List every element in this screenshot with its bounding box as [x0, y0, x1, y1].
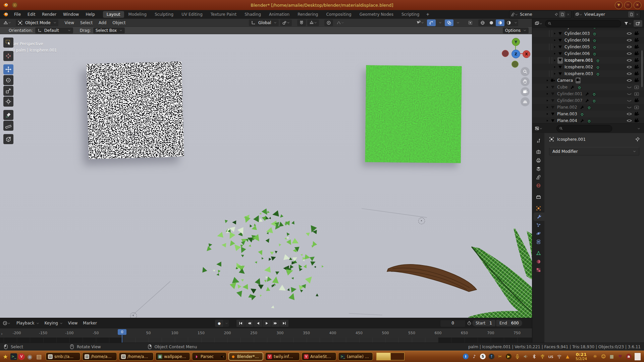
visibility-eye-icon[interactable]	[627, 51, 632, 56]
render-visibility-icon[interactable]	[634, 105, 639, 110]
show-gizmo-toggle[interactable]	[427, 19, 436, 26]
task-twily-inf-[interactable]: Vtwily.inf…	[265, 352, 300, 361]
tray-wifi[interactable]	[556, 354, 562, 360]
gizmo-axis-z[interactable]: Z	[512, 50, 520, 58]
outliner-row-plane.003[interactable]: Plane.003	[532, 111, 644, 117]
gizmo-axis-x-neg[interactable]	[502, 50, 509, 57]
show-overlays-toggle[interactable]	[445, 19, 453, 26]
task-parsec[interactable]: ◗Parsec	[192, 352, 227, 361]
tray-media-play[interactable]: ▶	[506, 354, 512, 359]
timeline-menu-playback[interactable]: Playback	[14, 321, 42, 325]
tool-add-cube[interactable]	[3, 134, 13, 144]
transport-jump-end-button[interactable]	[280, 320, 288, 327]
visibility-eye-icon[interactable]	[627, 28, 632, 29]
render-visibility-icon[interactable]	[634, 44, 639, 50]
properties-tab-particles[interactable]	[533, 221, 543, 229]
visibility-eye-icon[interactable]	[627, 64, 632, 70]
menu-render[interactable]: Render	[39, 12, 60, 17]
options-dropdown[interactable]: Options	[503, 27, 529, 34]
task-blender-[interactable]: ●Blender*…	[228, 352, 263, 361]
transport-play-button[interactable]	[263, 320, 271, 327]
outliner-row-cylinder.005[interactable]: Cylinder.005	[532, 44, 644, 50]
properties-tab-scene[interactable]	[533, 173, 543, 181]
tray-smiley[interactable]: ☺	[601, 354, 606, 360]
launcher-media-v[interactable]: V	[18, 353, 25, 360]
render-visibility-icon[interactable]	[634, 64, 639, 70]
tray-warning[interactable]: ▲	[565, 354, 570, 360]
visibility-eye-icon[interactable]	[627, 44, 632, 50]
visibility-eye-icon[interactable]	[627, 98, 632, 103]
task-analiest-[interactable]: VAnalieSt…	[302, 352, 336, 361]
tab-modeling[interactable]: Modeling	[125, 11, 151, 18]
visibility-eye-icon[interactable]	[627, 38, 632, 43]
tab-geometry-nodes[interactable]: Geometry Nodes	[356, 11, 397, 18]
task-wallpape-[interactable]: ▦wallpape…	[155, 352, 190, 361]
pin-icon[interactable]	[635, 137, 640, 142]
gizmo-axis-y[interactable]: Y	[512, 38, 520, 46]
tool-move[interactable]	[3, 64, 13, 74]
outliner-row-cylinder.001[interactable]: Cylinder.001	[532, 90, 644, 97]
properties-tab-modifiers[interactable]	[533, 213, 545, 221]
tray-info[interactable]: i	[463, 354, 469, 359]
sidebar-collapse-arrow[interactable]: ‹	[528, 54, 530, 59]
shading-solid-button[interactable]	[487, 19, 496, 26]
pager-workspace-1[interactable]	[376, 353, 390, 360]
launcher-browser[interactable]: ◉	[26, 353, 34, 361]
outliner-row-camera[interactable]: Camera	[532, 77, 644, 84]
view-layer-selector[interactable]: ViewLayer	[574, 10, 641, 18]
render-visibility-icon[interactable]	[634, 71, 639, 76]
tool-cursor[interactable]	[3, 51, 13, 61]
new-scene-button[interactable]	[559, 11, 565, 17]
pan-hand-button[interactable]	[521, 77, 530, 86]
tool-annotate[interactable]	[3, 110, 13, 120]
mode-dropdown[interactable]: Object Mode	[16, 19, 58, 26]
properties-tab-collection[interactable]	[533, 193, 543, 201]
add-modifier-dropdown[interactable]: Add Modifier	[549, 147, 639, 156]
menu-help[interactable]: Help	[82, 12, 98, 17]
current-frame-field[interactable]: 0	[440, 320, 466, 327]
minimize-button[interactable]: −	[624, 1, 632, 9]
tray-usb[interactable]	[540, 354, 545, 360]
render-visibility-icon[interactable]	[634, 84, 639, 90]
timeline-menu-view[interactable]: View	[65, 321, 80, 325]
empty-object-marker[interactable]	[130, 312, 137, 318]
visibility-eye-icon[interactable]	[627, 118, 632, 123]
tab-texture-paint[interactable]: Texture Paint	[207, 11, 240, 18]
properties-tab-output[interactable]	[533, 156, 543, 165]
menu-file[interactable]: File	[11, 12, 24, 17]
transport-prev-keyframe-button[interactable]	[245, 320, 254, 327]
timeline-collapse-arrow[interactable]: ›	[1, 331, 3, 336]
shading-dropdown[interactable]	[513, 19, 518, 26]
overlays-dropdown[interactable]	[454, 19, 462, 26]
orientation-dropdown[interactable]: Default	[35, 27, 73, 34]
timeline-editor-type[interactable]	[2, 320, 11, 326]
properties-tab-material[interactable]	[533, 257, 543, 266]
task--home-a-[interactable]: ▤/home/a…	[119, 352, 154, 361]
tab-rendering[interactable]: Rendering	[294, 11, 322, 18]
timeline-menu-keying[interactable]: Keying	[42, 321, 65, 325]
tab-uv-editing[interactable]: UV Editing	[178, 11, 206, 18]
transport-play-reverse-button[interactable]	[254, 320, 262, 327]
tray-clipper[interactable]: ✂	[497, 354, 503, 360]
render-visibility-icon[interactable]	[634, 58, 639, 63]
tool-transform[interactable]	[3, 97, 13, 107]
properties-search-input[interactable]	[556, 125, 612, 132]
launcher-menu-star[interactable]: ★	[1, 353, 9, 361]
tray-skype[interactable]: S	[480, 354, 486, 359]
viewport-menu-view[interactable]: View	[62, 20, 77, 25]
render-visibility-icon[interactable]	[634, 38, 639, 43]
tray-music[interactable]: ♪	[472, 354, 477, 360]
tab-layout[interactable]: Layout	[103, 11, 124, 18]
visibility-dropdown[interactable]	[414, 19, 426, 26]
unlink-scene-icon[interactable]	[567, 12, 570, 16]
proportional-editing-toggle[interactable]	[324, 19, 333, 26]
properties-tab-physics[interactable]	[533, 229, 543, 238]
properties-tab-constraints[interactable]	[533, 238, 543, 246]
properties-tab-object-data[interactable]	[533, 249, 543, 257]
tab-compositing[interactable]: Compositing	[322, 11, 355, 18]
transform-orientation-dropdown[interactable]: Global	[249, 19, 279, 26]
shading-rendered-button[interactable]	[504, 19, 513, 26]
frame-start-field[interactable]: Start1	[472, 320, 495, 326]
render-visibility-icon[interactable]	[634, 98, 639, 103]
outliner-scrollbar[interactable]	[641, 50, 643, 87]
